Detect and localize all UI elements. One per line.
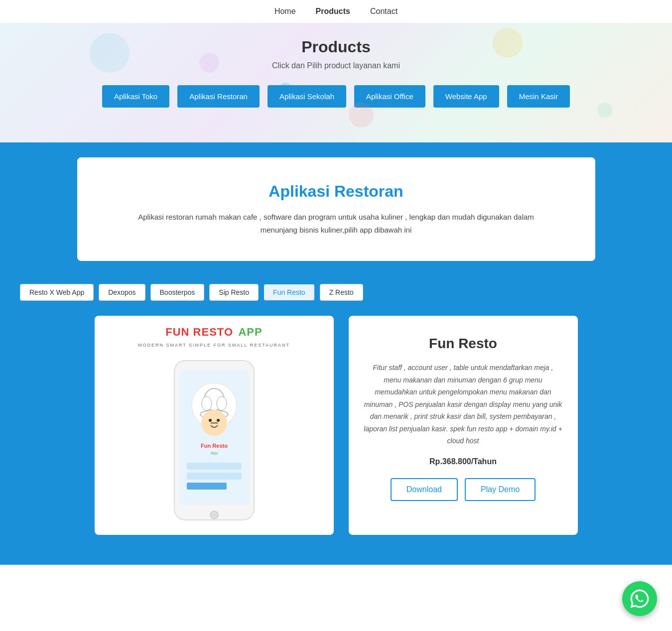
btn-aplikasi-office[interactable]: Aplikasi Office [354,85,425,108]
sub-tabs: Resto X Web App Dexopos Boosterpos Sip R… [0,276,672,301]
action-buttons: Download Play Demo [364,478,563,501]
product-name: Fun Resto [364,336,563,352]
product-image-card: FUN RESTO APP MODERN SMART SIMPLE FOR SM… [95,316,334,535]
svg-point-9 [217,419,220,422]
hero-section: Products Click dan Pilih product layanan… [0,23,672,142]
product-description: Fitur staff , account user , table untuk… [364,362,563,447]
svg-point-7 [201,410,227,436]
sub-tab-dexopos[interactable]: Dexopos [99,284,145,301]
hero-title: Products [10,38,662,56]
play-demo-button[interactable]: Play Demo [465,478,536,501]
svg-point-8 [209,419,212,422]
svg-rect-13 [187,473,242,480]
nav-contact[interactable]: Contact [370,7,398,16]
product-info-card: Fun Resto Fitur staff , account user , t… [349,316,578,535]
app-subtitle-text: MODERN SMART SIMPLE FOR SMALL RESTAURANT [138,343,290,348]
hero-buttons: Aplikasi Toko Aplikasi Restoran Aplikasi… [10,85,662,108]
btn-website-app[interactable]: Website App [433,85,499,108]
app-restoran-title: Aplikasi Restoran [97,182,575,201]
phone-illustration: Fun Resto App [159,356,269,525]
svg-rect-12 [187,463,242,470]
app-title-red: FUN RESTO [165,326,233,338]
app-restoran-card: Aplikasi Restoran Aplikasi restoran ruma… [77,157,595,261]
sub-tab-boosterpos[interactable]: Boosterpos [150,284,205,301]
svg-point-15 [210,511,218,519]
product-detail-section: FUN RESTO APP MODERN SMART SIMPLE FOR SM… [0,301,672,565]
btn-aplikasi-restoran[interactable]: Aplikasi Restoran [177,85,260,108]
sub-tab-z-resto[interactable]: Z Resto [320,284,363,301]
product-price: Rp.368.800/Tahun [364,457,563,466]
btn-aplikasi-sekolah[interactable]: Aplikasi Sekolah [268,85,346,108]
svg-rect-14 [187,483,227,490]
sub-tab-fun-resto[interactable]: Fun Resto [264,284,315,301]
sub-tab-sip-resto[interactable]: Sip Resto [209,284,259,301]
app-restoran-description: Aplikasi restoran rumah makan cafe , sof… [137,211,536,236]
svg-text:Fun Resto: Fun Resto [201,443,228,449]
nav-products[interactable]: Products [316,7,350,16]
sub-tab-resto-x[interactable]: Resto X Web App [20,284,94,301]
svg-point-5 [202,396,212,410]
nav-home[interactable]: Home [274,7,296,16]
download-button[interactable]: Download [391,478,458,501]
hero-subtitle: Click dan Pilih product layanan kami [10,61,662,70]
btn-aplikasi-toko[interactable]: Aplikasi Toko [102,85,169,108]
app-image-container: FUN RESTO APP MODERN SMART SIMPLE FOR SM… [105,326,324,525]
svg-text:App: App [210,451,218,455]
svg-point-6 [217,396,227,410]
btn-mesin-kasir[interactable]: Mesin Kasir [507,85,570,108]
app-restoran-section: Aplikasi Restoran Aplikasi restoran ruma… [0,142,672,276]
main-nav: Home Products Contact [0,0,672,23]
app-title-green: APP [238,326,262,338]
